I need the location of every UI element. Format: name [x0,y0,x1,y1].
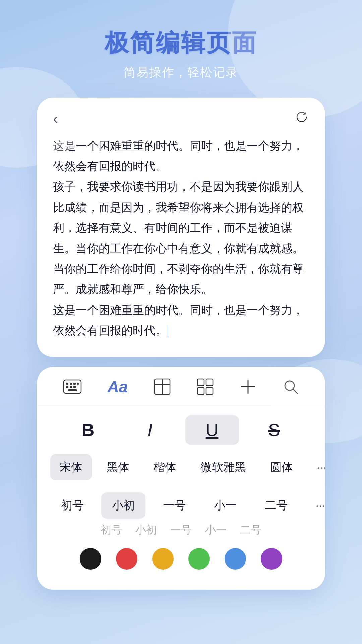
svg-rect-14 [197,388,204,394]
italic-label: I [147,420,152,440]
font-more[interactable]: ··· [308,455,325,479]
ghost-xiaochu: 小初 [135,523,157,537]
svg-rect-5 [66,386,68,388]
editor-content[interactable]: 这是一个困难重重的时代。同时，也是一个努力，依然会有回报的时代。 孩子，我要求你… [37,136,325,357]
color-black[interactable] [80,548,101,570]
color-blue[interactable] [225,548,246,570]
bold-label: B [82,420,95,440]
font-msyh[interactable]: 微软雅黑 [191,454,255,480]
color-green[interactable] [188,548,210,570]
color-purple[interactable] [261,548,282,570]
font-songti[interactable]: 宋体 [50,454,92,480]
svg-rect-3 [73,383,76,385]
font-format-button[interactable]: Aa [107,378,128,396]
font-yuanti[interactable]: 圆体 [261,454,302,480]
bold-button[interactable]: B [61,415,115,445]
add-button[interactable] [239,378,257,395]
size-yihao[interactable]: 一号 [152,492,196,519]
content-text: 这是一个困难重重的时代。同时，也是一个努力，依然会有回报的时代。 孩子，我要求你… [53,139,304,337]
svg-rect-7 [73,386,76,388]
size-chuhao[interactable]: 初号 [50,492,95,519]
font-size-row-1: 初号 小初 一号 小一 二号 ··· [37,486,325,519]
ghost-erhao: 二号 [240,523,261,537]
table-icon [154,378,171,395]
editor-mockup: ‹ 这是一个困难重重的时代。同时，也是一个努力，依然会有回报的时代。 孩子，我要… [37,98,325,357]
underline-label: U [206,420,219,440]
size-xiaochu[interactable]: 小初 [101,492,145,519]
color-row [37,541,325,576]
svg-rect-2 [70,383,72,385]
italic-button[interactable]: I [123,415,177,445]
svg-rect-12 [197,379,204,386]
plus-icon [239,378,257,395]
svg-rect-8 [68,389,77,391]
ghost-xiaoyi: 小一 [205,523,227,537]
ghost-chuhao: 初号 [101,523,122,537]
font-heiti[interactable]: 黑体 [97,454,139,480]
page-container: 极简编辑页面 简易操作，轻松记录 ‹ 这是一个困难重重的时代。同时，也是一个努力… [0,0,362,644]
text-cursor [168,325,168,337]
underline-button[interactable]: U [185,415,239,445]
keyboard-icon [63,379,82,394]
strikethrough-label: S [268,420,280,440]
keyboard-button[interactable] [63,379,82,394]
font-kaiti[interactable]: 楷体 [144,454,186,480]
svg-rect-6 [70,386,72,388]
table-button[interactable] [154,378,171,395]
size-xiaoyi[interactable]: 小一 [203,492,247,519]
svg-rect-15 [206,388,213,394]
color-red[interactable] [116,548,137,570]
grid-icon [196,378,214,395]
ghost-yihao: 一号 [170,523,192,537]
color-orange[interactable] [152,548,174,570]
svg-rect-4 [77,383,79,385]
font-family-row: 宋体 黑体 楷体 微软雅黑 圆体 ··· [37,454,325,480]
font-size-ghost-row: 初号 小初 一号 小一 二号 [37,519,325,541]
grid-button[interactable] [196,378,214,395]
size-more[interactable]: ··· [305,493,325,517]
size-erhao[interactable]: 二号 [254,492,298,519]
font-format-icon: Aa [107,378,128,396]
svg-rect-13 [206,379,213,386]
svg-rect-1 [66,383,68,385]
